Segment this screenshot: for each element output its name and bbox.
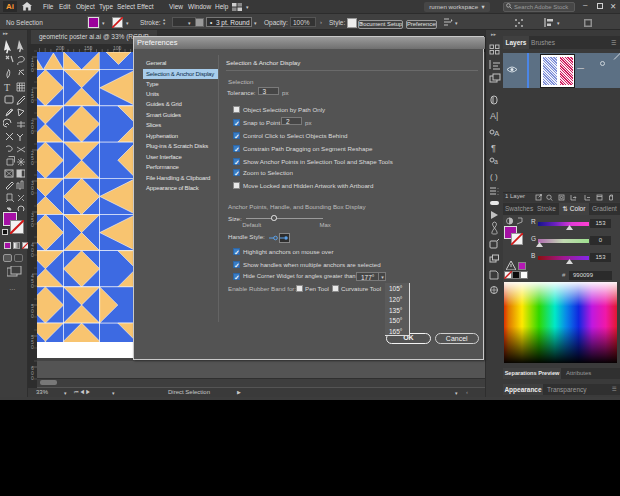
svg-text:A|: A| bbox=[490, 111, 498, 121]
svg-text:( ): ( ) bbox=[490, 172, 498, 181]
svg-text:A: A bbox=[494, 129, 500, 138]
svg-text:a: a bbox=[494, 158, 498, 165]
svg-text:¶: ¶ bbox=[491, 143, 496, 153]
svg-text:T: T bbox=[4, 82, 10, 93]
